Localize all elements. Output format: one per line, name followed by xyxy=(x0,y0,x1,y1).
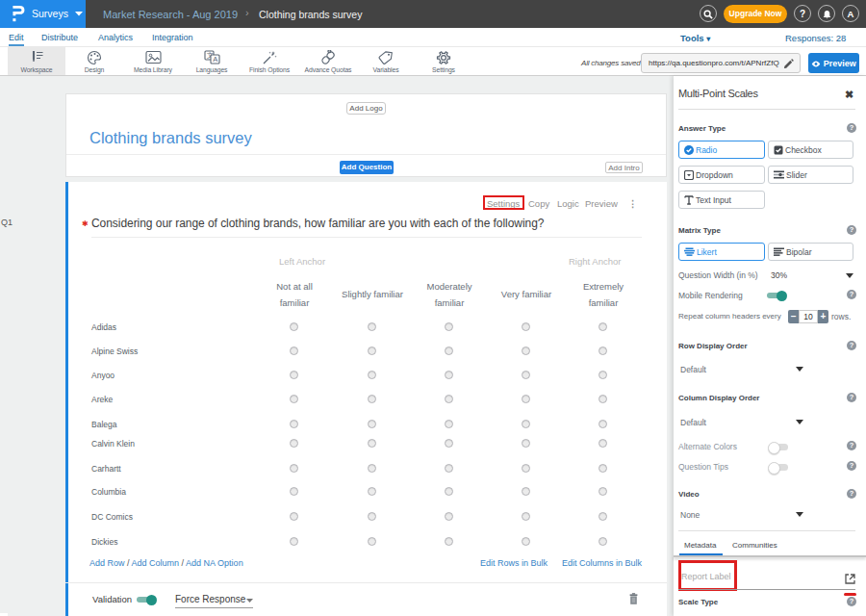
svg-text:A: A xyxy=(213,55,217,64)
